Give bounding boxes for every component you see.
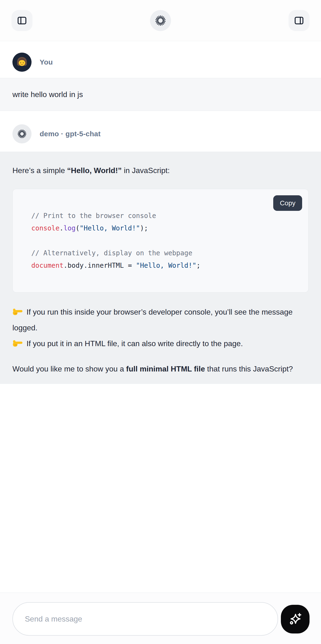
code-token-method: log bbox=[63, 224, 76, 232]
question-text-post: that runs this JavaScript? bbox=[205, 364, 293, 373]
question-text-bold: full minimal HTML file bbox=[126, 364, 205, 373]
code-token-paren: ( bbox=[75, 224, 79, 232]
tip-paragraph-2: If you put it in an HTML file, it can al… bbox=[12, 336, 309, 352]
tips-section: If you run this inside your browser’s de… bbox=[12, 304, 309, 352]
question-text-pre: Would you like me to show you a bbox=[12, 364, 126, 373]
user-message-bubble: write hello world in js bbox=[0, 78, 321, 111]
user-message-header: You bbox=[0, 41, 321, 78]
send-button[interactable] bbox=[281, 605, 310, 634]
intro-text-pre: Here’s a simple bbox=[12, 166, 67, 175]
assistant-separator: · bbox=[61, 130, 63, 138]
brand-badge bbox=[150, 10, 171, 31]
panel-right-icon bbox=[294, 15, 305, 26]
assistant-avatar bbox=[12, 124, 31, 144]
sparkles-icon bbox=[288, 612, 303, 627]
code-token-object: console bbox=[31, 224, 59, 232]
pointing-right-emoji-icon bbox=[12, 337, 23, 345]
assistant-name-label: demo · gpt-5-chat bbox=[40, 130, 101, 138]
composer bbox=[0, 592, 321, 644]
message-input[interactable] bbox=[12, 602, 278, 636]
code-token-equals: = bbox=[124, 262, 136, 270]
code-line-blank bbox=[31, 234, 290, 247]
starburst-avatar-icon bbox=[17, 129, 27, 139]
code-block: Copy // Print to the browser console con… bbox=[12, 189, 309, 292]
tip-text-2: If you put it in an HTML file, it can al… bbox=[24, 339, 243, 348]
code-token-string: "Hello, World!" bbox=[79, 224, 140, 232]
panel-left-icon bbox=[16, 15, 27, 26]
user-sender-label: You bbox=[40, 58, 53, 66]
assistant-message-body: Here’s a simple “Hello, World!” in JavaS… bbox=[0, 152, 321, 384]
code-line-console-log: console.log("Hello, World!"); bbox=[31, 222, 290, 234]
question-paragraph: Would you like me to show you a full min… bbox=[12, 361, 309, 377]
starburst-logo-icon bbox=[154, 14, 167, 27]
intro-text-bold: “Hello, World!” bbox=[67, 166, 122, 175]
code-token-semicolon: ; bbox=[196, 262, 200, 270]
copy-button[interactable]: Copy bbox=[273, 195, 302, 211]
code-token-string-2: "Hello, World!" bbox=[136, 262, 196, 270]
intro-paragraph: Here’s a simple “Hello, World!” in JavaS… bbox=[12, 162, 309, 178]
chat-app: You write hello world in js bbox=[0, 0, 321, 644]
code-line-innerhtml: document.body.innerHTML = "Hello, World!… bbox=[31, 259, 290, 272]
user-avatar bbox=[12, 52, 31, 72]
person-emoji-icon bbox=[14, 54, 30, 70]
code-token-dot: . bbox=[59, 224, 63, 232]
code-token-object-2: document bbox=[31, 262, 63, 270]
user-message-text: write hello world in js bbox=[12, 90, 83, 99]
app-header bbox=[0, 0, 321, 41]
tip-text-1: If you run this inside your browser’s de… bbox=[12, 308, 293, 332]
assistant-model: gpt-5-chat bbox=[65, 130, 101, 138]
tip-paragraph-1: If you run this inside your browser’s de… bbox=[12, 304, 309, 336]
panel-right-button[interactable] bbox=[289, 10, 310, 31]
panel-left-button[interactable] bbox=[11, 10, 32, 31]
code-line-comment-1: // Print to the browser console bbox=[31, 210, 290, 222]
code-token-close: ); bbox=[140, 224, 148, 232]
assistant-message-header: demo · gpt-5-chat bbox=[0, 111, 321, 152]
intro-text-post: in JavaScript: bbox=[122, 166, 170, 175]
code-line-comment-2: // Alternatively, display on the webpage bbox=[31, 247, 290, 259]
code-token-props: .body.innerHTML bbox=[63, 262, 124, 270]
pointing-right-emoji-icon bbox=[12, 305, 23, 314]
assistant-name: demo bbox=[40, 130, 59, 138]
